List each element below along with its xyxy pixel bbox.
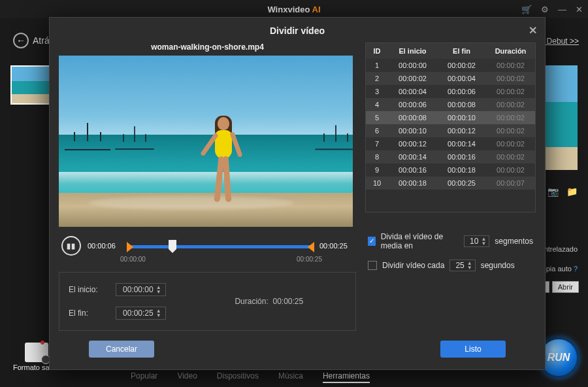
table-row[interactable]: 300:00:0400:00:0600:00:02 xyxy=(366,85,535,98)
close-icon[interactable]: ✕ xyxy=(529,24,537,37)
cancel-button[interactable]: Cancelar xyxy=(89,341,154,358)
tab-herramientas[interactable]: Herramientas xyxy=(323,371,370,383)
pause-button[interactable]: ▮▮ xyxy=(61,236,81,256)
tab-video[interactable]: Video xyxy=(177,371,197,383)
table-row[interactable]: 900:00:1600:00:1800:00:02 xyxy=(366,163,535,177)
end-label: El fin: xyxy=(69,309,108,318)
split-by-segments-label-a: Divida el vídeo de media en xyxy=(381,232,459,250)
stepper-icon[interactable]: ▲▼ xyxy=(156,285,161,294)
seconds-value: 25 xyxy=(455,261,464,270)
duration-value: 00:00:25 xyxy=(272,297,303,306)
back-arrow-icon: ← xyxy=(13,33,29,48)
back-button[interactable]: ← Atrás xyxy=(13,33,54,48)
video-preview[interactable] xyxy=(59,56,353,227)
track-start-label: 00:00:00 xyxy=(120,256,146,263)
stepper-icon[interactable]: ▲▼ xyxy=(481,237,486,246)
gear-icon[interactable]: ⚙ xyxy=(541,5,549,14)
start-time-input[interactable]: 00:00:00 ▲▼ xyxy=(116,283,166,296)
col-id: ID xyxy=(366,47,388,55)
app-brand: Winxvideo xyxy=(267,5,310,14)
table-row[interactable]: 800:00:1400:00:1600:00:02 xyxy=(366,150,535,163)
end-time-value: 00:00:25 xyxy=(123,309,154,318)
tab-música[interactable]: Música xyxy=(278,371,303,383)
duration-label: Duración: xyxy=(235,297,268,306)
table-row[interactable]: 400:00:0600:00:0800:00:02 xyxy=(366,98,535,111)
table-row[interactable]: 700:00:1200:00:1400:00:02 xyxy=(366,137,535,150)
table-row[interactable]: 500:00:0800:00:1000:00:02 xyxy=(366,111,535,124)
playhead[interactable] xyxy=(169,240,176,249)
seconds-input[interactable]: 25 ▲▼ xyxy=(449,260,475,271)
split-by-seconds-label-a: Dividir vídeo cada xyxy=(382,261,444,270)
track-end-label: 00:00:25 xyxy=(297,256,322,263)
timeline-track[interactable] xyxy=(128,236,313,256)
split-by-seconds-checkbox[interactable] xyxy=(368,261,377,270)
autocopy-label: pia auto xyxy=(546,265,572,273)
col-duration: Duración xyxy=(486,47,535,55)
app-brand-suffix: AI xyxy=(312,5,321,14)
close-app-icon[interactable]: ✕ xyxy=(576,5,583,14)
table-row[interactable]: 1000:00:1800:00:2500:00:07 xyxy=(366,177,535,190)
modal-title: Dividir vídeo xyxy=(270,25,325,36)
tab-popular[interactable]: Popular xyxy=(131,371,157,383)
col-start: El inicio xyxy=(388,47,437,55)
trim-end-handle[interactable] xyxy=(308,242,314,252)
segments-count-value: 10 xyxy=(470,237,478,246)
range-panel: El inicio: 00:00:00 ▲▼ El fin: 00:00:25 … xyxy=(59,272,356,331)
segments-table: ID El inicio El fin Duración 100:00:0000… xyxy=(365,42,536,212)
total-time: 00:00:25 xyxy=(319,242,353,250)
start-time-value: 00:00:00 xyxy=(123,285,154,294)
camera-icon[interactable]: 📷 xyxy=(547,186,559,197)
table-row[interactable]: 100:00:0000:00:0200:00:02 xyxy=(366,59,535,72)
stepper-icon[interactable]: ▲▼ xyxy=(156,309,161,318)
app-titlebar: Winxvideo AI 🛒 ⚙ — ✕ xyxy=(0,0,588,18)
output-format-icon xyxy=(25,343,48,362)
col-end: El fin xyxy=(437,47,486,55)
segments-count-input[interactable]: 10 ▲▼ xyxy=(464,235,489,247)
start-label: El inicio: xyxy=(69,285,108,294)
split-by-seconds-label-b: segundos xyxy=(481,261,515,270)
table-row[interactable]: 600:00:1000:00:1200:00:02 xyxy=(366,124,535,137)
split-by-segments-checkbox[interactable]: ✓ xyxy=(368,237,376,246)
end-time-input[interactable]: 00:00:25 ▲▼ xyxy=(116,307,166,320)
tab-dispositivos[interactable]: Dispositivos xyxy=(217,371,259,383)
trim-start-handle[interactable] xyxy=(127,242,133,252)
debut-link[interactable]: e Debut >> xyxy=(540,37,579,46)
help-icon[interactable]: ? xyxy=(574,265,578,273)
bottom-tabs: PopularVideoDispositivosMúsicaHerramient… xyxy=(131,371,370,383)
table-row[interactable]: 200:00:0200:00:0400:00:02 xyxy=(366,72,535,85)
minimize-icon[interactable]: — xyxy=(558,5,566,14)
ok-button[interactable]: Listo xyxy=(440,341,506,358)
cart-icon[interactable]: 🛒 xyxy=(521,5,532,14)
current-time: 00:00:06 xyxy=(88,242,122,250)
source-filename: woman-walking-on-shore.mp4 xyxy=(59,42,356,52)
folder-icon[interactable]: 📁 xyxy=(566,186,578,197)
modal-header: Dividir vídeo ✕ xyxy=(50,18,545,42)
stepper-icon[interactable]: ▲▼ xyxy=(467,261,472,270)
abrir-button[interactable]: Abrir xyxy=(552,281,579,293)
split-video-modal: Dividir vídeo ✕ woman-walking-on-shore.m… xyxy=(49,17,546,370)
split-by-segments-label-b: segmentos xyxy=(495,237,533,246)
